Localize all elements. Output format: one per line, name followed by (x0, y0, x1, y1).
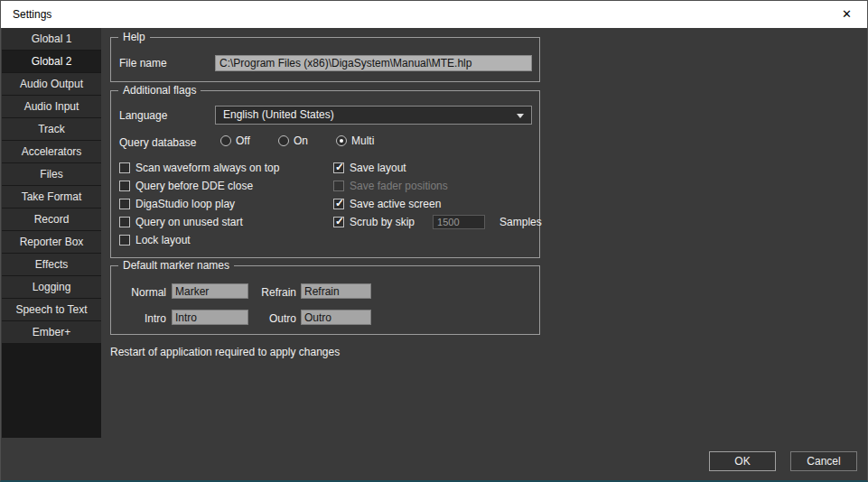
radio-label: Off (236, 134, 250, 147)
close-icon[interactable]: ✕ (826, 1, 867, 28)
ok-button[interactable]: OK (709, 451, 776, 471)
radio-icon (278, 135, 289, 146)
file-name-label: File name (119, 57, 167, 70)
radio-icon (220, 135, 231, 146)
checkbox-icon (333, 217, 344, 227)
checkbox-save-fader-positions: Save fader positions (333, 180, 542, 191)
intro-marker-label: Intro (119, 312, 166, 325)
sidebar-item-effects[interactable]: Effects (2, 254, 101, 276)
sidebar-item-take-format[interactable]: Take Format (2, 186, 101, 209)
default-marker-names-title: Default marker names (118, 259, 234, 272)
sidebar-item-audio-input[interactable]: Audio Input (2, 96, 101, 118)
additional-flags-group: Additional flags Language English (Unite… (110, 90, 540, 258)
checkbox-save-layout[interactable]: Save layout (333, 162, 542, 173)
chevron-down-icon (517, 114, 524, 118)
normal-marker-label: Normal (119, 286, 166, 299)
window-title: Settings (13, 1, 51, 28)
checkbox-label: Query before DDE close (135, 180, 253, 192)
checkbox-column-right: Save layout Save fader positions Save ac… (333, 162, 542, 227)
checkbox-scan-waveform-always-on-top[interactable]: Scan waveform always on top (119, 162, 279, 173)
sidebar-item-ember[interactable]: Ember+ (2, 321, 101, 344)
checkbox-icon (119, 181, 130, 191)
language-label: Language (119, 109, 167, 122)
checkbox-digastudio-loop-play[interactable]: DigaStudio loop play (119, 198, 279, 209)
checkbox-label: Lock layout (135, 234, 191, 246)
checkbox-label: DigaStudio loop play (135, 198, 235, 210)
checkbox-scrub-by-skip[interactable]: Scrub by skip Samples (333, 216, 542, 227)
checkbox-icon (333, 199, 344, 209)
help-group-title: Help (118, 31, 150, 43)
help-group: Help File name (110, 37, 540, 82)
sidebar-item-record[interactable]: Record (2, 209, 101, 231)
checkbox-save-active-screen[interactable]: Save active screen (333, 198, 542, 209)
sidebar-item-speech-to-text[interactable]: Speech to Text (2, 299, 101, 321)
samples-unit-label: Samples (499, 216, 542, 228)
normal-marker-input[interactable] (172, 283, 248, 299)
language-dropdown[interactable]: English (United States) (215, 106, 532, 125)
checkbox-icon (119, 217, 130, 227)
checkbox-icon (119, 162, 130, 173)
radio-query-on[interactable]: On (278, 134, 308, 147)
radio-label: Multi (351, 134, 374, 147)
checkbox-query-before-dde-close[interactable]: Query before DDE close (119, 180, 279, 191)
checkbox-icon (333, 181, 344, 191)
outro-marker-label: Outro (251, 312, 296, 325)
language-selected-value: English (United States) (223, 107, 334, 124)
checkbox-label: Query on unused start (135, 216, 243, 228)
sidebar-item-track[interactable]: Track (2, 118, 101, 141)
radio-label: On (294, 134, 308, 147)
checkbox-label: Scrub by skip (350, 216, 415, 228)
checkbox-query-on-unused-start[interactable]: Query on unused start (119, 216, 279, 227)
default-marker-names-group: Default marker names Normal Refrain Intr… (110, 265, 540, 335)
sidebar-item-reporter-box[interactable]: Reporter Box (2, 231, 101, 254)
sidebar-item-audio-output[interactable]: Audio Output (2, 73, 101, 96)
file-name-input[interactable] (215, 55, 532, 71)
radio-query-multi[interactable]: Multi (336, 134, 374, 147)
sidebar: Global 1 Global 2 Audio Output Audio Inp… (2, 28, 101, 438)
refrain-marker-input[interactable] (301, 283, 371, 299)
sidebar-item-global-2[interactable]: Global 2 (2, 51, 101, 73)
checkbox-label: Scan waveform always on top (135, 162, 279, 174)
checkbox-column-left: Scan waveform always on top Query before… (119, 162, 279, 246)
restart-required-note: Restart of application required to apply… (110, 346, 340, 358)
scrub-samples-input[interactable] (433, 215, 485, 229)
settings-dialog: Settings ✕ Global 1 Global 2 Audio Outpu… (0, 0, 868, 482)
sidebar-item-accelerators[interactable]: Accelerators (2, 141, 101, 163)
additional-flags-title: Additional flags (118, 84, 201, 97)
checkbox-icon (119, 199, 130, 209)
cancel-button[interactable]: Cancel (790, 451, 857, 471)
query-database-radio-group: Off On Multi (220, 134, 428, 147)
outro-marker-input[interactable] (301, 310, 371, 325)
refrain-marker-label: Refrain (251, 286, 296, 299)
query-database-label: Query database (119, 136, 196, 149)
checkbox-label: Save layout (350, 162, 406, 174)
radio-query-off[interactable]: Off (220, 134, 250, 147)
checkbox-lock-layout[interactable]: Lock layout (119, 234, 279, 246)
checkbox-label: Save fader positions (350, 180, 448, 192)
checkbox-icon (333, 162, 344, 173)
radio-icon (336, 135, 347, 146)
intro-marker-input[interactable] (172, 310, 248, 325)
sidebar-item-global-1[interactable]: Global 1 (2, 28, 101, 51)
checkbox-label: Save active screen (350, 198, 441, 210)
checkbox-icon (119, 235, 130, 246)
sidebar-item-files[interactable]: Files (2, 163, 101, 186)
titlebar[interactable]: Settings ✕ (1, 1, 867, 28)
sidebar-item-logging[interactable]: Logging (2, 276, 101, 299)
